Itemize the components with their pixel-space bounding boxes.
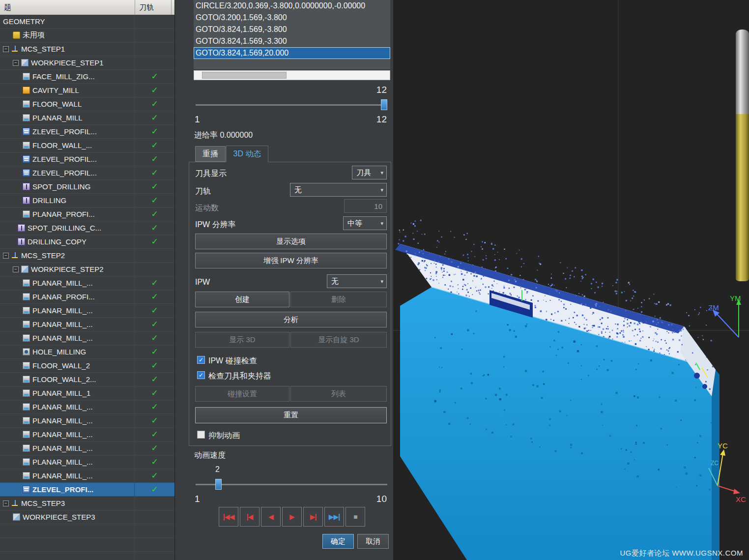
ok-button[interactable]: 确定 (322, 534, 354, 549)
toolpath-list-line[interactable]: GOTO/3.824,1.569,20.000 (194, 47, 390, 59)
toolpath-list-line[interactable]: GOTO/3.200,1.569,-3.800 (194, 12, 390, 24)
show-options-button[interactable]: 显示选项 (195, 234, 387, 249)
reset-button[interactable]: 重置 (195, 407, 387, 423)
tab-3d-dynamic[interactable]: 3D 动态 (226, 146, 268, 162)
graphics-viewport[interactable]: YM ZM YC ZC XC UG爱好者论坛 WWW.UGSNX.COM (393, 0, 749, 560)
go-to-start-button[interactable]: |◀◀ (219, 507, 238, 527)
tree-item-label: PLANAR_MILL_... (32, 444, 93, 452)
tree-row[interactable]: PLANAR_MILL_...✓ (0, 400, 174, 414)
tree-row[interactable]: FACE_MILL_ZIG...✓ (0, 70, 174, 84)
single-step-back-button[interactable]: |◀ (240, 507, 259, 527)
enhance-ipw-resolution-button[interactable]: 增强 IPW 分辨率 (195, 253, 387, 268)
animation-speed-label: 动画速度 (194, 450, 226, 461)
tree-row[interactable]: PLANAR_MILL_...✓ (0, 276, 174, 290)
tree-row[interactable]: PLANAR_MILL_1✓ (0, 386, 174, 400)
feed-rate-value: 0.000000 (220, 131, 253, 139)
animation-speed-thumb[interactable] (215, 479, 222, 490)
tree-row[interactable]: PLANAR_PROFI...✓ (0, 290, 174, 304)
tree-row[interactable]: DRILLING✓ (0, 194, 174, 207)
tree-row[interactable]: PLANAR_MILL_...✓ (0, 428, 174, 442)
zlevel-icon (23, 169, 30, 177)
tree-row[interactable]: PLANAR_MILL_...✓ (0, 331, 174, 345)
cancel-button[interactable]: 取消 (357, 534, 389, 549)
play-backward-button[interactable]: ◀ (261, 507, 281, 527)
show-spin-3d-button[interactable]: 显示自旋 3D (290, 332, 387, 348)
delete-button[interactable]: 删除 (290, 292, 387, 307)
collision-list-button[interactable]: 列表 (290, 386, 387, 402)
tree-row[interactable]: CAVITY_MILL✓ (0, 84, 174, 97)
tree-item-label: PLANAR_PROFI... (32, 293, 95, 301)
toolpath-status-cell: ✓ (135, 373, 174, 386)
suppress-animation-checkbox[interactable] (197, 431, 205, 439)
tree-row[interactable] (0, 552, 174, 560)
animation-speed-slider[interactable] (196, 484, 387, 485)
tree-row[interactable]: MCS_STEP2 (0, 249, 174, 263)
axis-yc-label: YC (718, 442, 728, 450)
tab-replay[interactable]: 重播 (195, 146, 226, 162)
single-step-forward-button[interactable]: ▶| (303, 507, 323, 527)
tree-row[interactable]: PLANAR_MILL_...✓ (0, 442, 174, 455)
check-tool-holder-checkbox[interactable]: ✓ (197, 371, 205, 379)
motion-count-field: 10 (344, 199, 387, 213)
animation-max-label: 10 (376, 494, 387, 504)
toolpath-check-icon: ✓ (151, 71, 158, 82)
collision-settings-button[interactable]: 碰撞设置 (195, 386, 289, 402)
tree-row[interactable]: FLOOR_WALL✓ (0, 97, 174, 111)
tree-row[interactable]: MCS_STEP3 (0, 497, 174, 510)
tree-row[interactable]: FLOOR_WALL_2✓ (0, 359, 174, 373)
tree-row[interactable]: WORKPIECE_STEP1 (0, 56, 174, 70)
tree-item-label: ZLEVEL_PROFIL... (32, 169, 97, 177)
tree-row[interactable]: HOLE_MILLING✓ (0, 345, 174, 359)
tree-row[interactable]: PLANAR_MILL_...✓ (0, 414, 174, 428)
toolpath-list-line[interactable]: CIRCLE/3.200,0.369,-3.800,0.0000000,-0.0… (194, 0, 390, 12)
tree-row[interactable]: PLANAR_MILL✓ (0, 111, 174, 125)
stop-button[interactable]: ■ (346, 507, 365, 527)
tree-row[interactable]: 未用项 (0, 29, 174, 42)
ipw-resolution-dropdown[interactable]: 中等 (343, 216, 387, 230)
tree-row[interactable]: SPOT_DRILLING_C...✓ (0, 221, 174, 235)
tree-row[interactable]: FLOOR_WALL_...✓ (0, 139, 174, 152)
tree-row[interactable]: PLANAR_MILL_...✓ (0, 469, 174, 483)
ipw-collision-check-checkbox[interactable]: ✓ (197, 356, 205, 364)
tree-row[interactable]: ZLEVEL_PROFI...✓ (0, 483, 174, 497)
tree-row[interactable]: ZLEVEL_PROFIL...✓ (0, 166, 174, 180)
go-to-end-button[interactable]: ▶▶| (324, 507, 344, 527)
tree-row[interactable]: PLANAR_MILL_...✓ (0, 318, 174, 331)
tree-row[interactable]: PLANAR_PROFI...✓ (0, 207, 174, 221)
hscrollbar-thumb[interactable] (202, 72, 287, 79)
ipw-dropdown[interactable]: 无 (327, 274, 387, 288)
position-slider-thumb[interactable] (381, 99, 387, 110)
tree-row[interactable]: PLANAR_MILL_...✓ (0, 455, 174, 469)
tree-expander-icon[interactable] (3, 501, 9, 506)
tree-expander-icon[interactable] (13, 60, 19, 66)
tree-item-label: ZLEVEL_PROFIL... (32, 127, 97, 136)
tree-row[interactable]: FLOOR_WALL_2...✓ (0, 373, 174, 386)
tree-row[interactable]: WORKPIECE_STEP2 (0, 263, 174, 276)
tree-row[interactable] (0, 524, 174, 538)
tree-row[interactable]: MCS_STEP1 (0, 42, 174, 56)
animation-min-label: 1 (195, 494, 200, 504)
tree-expander-icon[interactable] (3, 253, 9, 259)
show-3d-button[interactable]: 显示 3D (195, 332, 289, 348)
tree-row[interactable]: DRILLING_COPY✓ (0, 235, 174, 249)
position-slider[interactable] (196, 104, 387, 106)
tree-row[interactable]: ZLEVEL_PROFIL...✓ (0, 152, 174, 166)
tree-row[interactable]: WORKPIECE_STEP3 (0, 510, 174, 524)
tree-row[interactable]: SPOT_DRILLING✓ (0, 180, 174, 194)
toolpath-list-line[interactable]: GOTO/3.824,1.569,-3.300 (194, 35, 390, 47)
tree-row[interactable]: GEOMETRY (0, 15, 174, 29)
toolpath-list-hscrollbar[interactable] (194, 70, 390, 80)
analyze-button[interactable]: 分析 (195, 312, 387, 327)
toolpath-list-line[interactable]: GOTO/3.824,1.569,-3.800 (194, 24, 390, 35)
create-button[interactable]: 创建 (195, 292, 289, 307)
tool-display-dropdown[interactable]: 刀具 (352, 166, 387, 179)
toolpath-dropdown[interactable]: 无 (290, 183, 387, 197)
tree-row[interactable]: ZLEVEL_PROFIL...✓ (0, 125, 174, 139)
toolpath-check-icon: ✓ (151, 140, 158, 150)
tree-row[interactable]: PLANAR_MILL_...✓ (0, 304, 174, 318)
play-forward-button[interactable]: ▶ (282, 507, 302, 527)
tree-expander-icon[interactable] (3, 46, 9, 52)
tree-expander-icon[interactable] (13, 266, 19, 272)
toolpath-list[interactable]: CIRCLE/3.200,0.369,-3.800,0.0000000,-0.0… (194, 0, 390, 69)
tree-row[interactable] (0, 538, 174, 552)
